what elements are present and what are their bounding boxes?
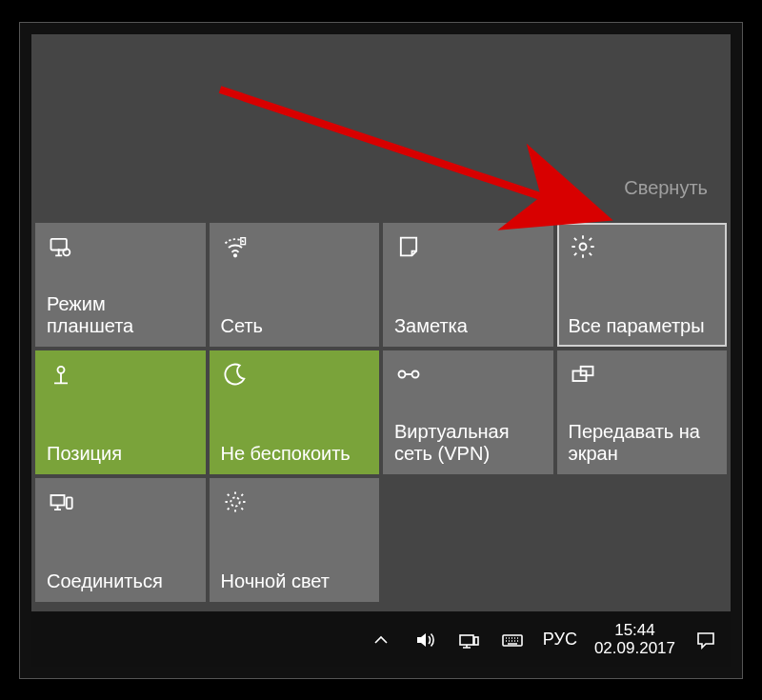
keyboard-icon[interactable] — [499, 627, 526, 653]
volume-icon[interactable] — [411, 627, 438, 653]
tile-label: Заметка — [394, 315, 542, 337]
tile-tablet-mode[interactable]: Режим планшета — [35, 223, 206, 347]
system-clock[interactable]: 15:44 02.09.2017 — [594, 622, 675, 657]
screenshot-frame: Свернуть Режим планшета Сеть — [19, 22, 743, 679]
tablet-mode-icon — [47, 232, 75, 261]
svg-rect-0 — [51, 238, 67, 250]
svg-rect-10 — [51, 495, 65, 506]
svg-point-7 — [412, 370, 419, 377]
nightlight-icon — [221, 488, 250, 516]
svg-point-6 — [399, 370, 406, 377]
clock-date: 02.09.2017 — [594, 640, 675, 658]
tile-all-settings[interactable]: Все параметры — [557, 223, 728, 347]
tile-label: Виртуальная сеть (VPN) — [394, 421, 542, 465]
svg-rect-15 — [474, 637, 478, 645]
tray-overflow-icon[interactable] — [368, 627, 394, 653]
moon-icon — [221, 360, 250, 389]
tile-label: Позиция — [47, 443, 194, 465]
connect-icon — [47, 488, 75, 516]
tile-label: Режим планшета — [47, 293, 194, 337]
svg-rect-14 — [460, 635, 473, 645]
collapse-link[interactable]: Свернуть — [624, 177, 708, 199]
tile-label: Все параметры — [569, 315, 716, 337]
svg-point-12 — [231, 497, 239, 506]
tile-do-not-disturb[interactable]: Не беспокоить — [210, 350, 380, 474]
action-center-panel: Свернуть Режим планшета Сеть — [31, 34, 731, 611]
project-icon — [569, 360, 597, 389]
taskbar: РУС 15:44 02.09.2017 — [31, 613, 731, 667]
action-center-icon[interactable] — [692, 627, 719, 653]
tile-note[interactable]: Заметка — [383, 223, 553, 347]
tile-project[interactable]: Передавать на экран — [557, 350, 728, 474]
svg-rect-11 — [67, 497, 72, 509]
vpn-icon — [394, 360, 423, 389]
language-indicator[interactable]: РУС — [543, 630, 577, 650]
note-icon — [394, 232, 423, 261]
network-tray-icon[interactable] — [455, 627, 482, 653]
tile-label: Передавать на экран — [569, 421, 716, 465]
location-icon — [47, 360, 75, 389]
wifi-icon — [221, 232, 250, 261]
tile-night-light[interactable]: Ночной свет — [210, 478, 380, 602]
svg-point-4 — [579, 243, 586, 250]
svg-point-2 — [233, 254, 235, 256]
tile-label: Не беспокоить — [221, 443, 369, 465]
svg-point-5 — [58, 366, 65, 372]
tile-label: Сеть — [221, 315, 369, 337]
clock-time: 15:44 — [594, 622, 675, 640]
tile-network[interactable]: Сеть — [210, 223, 380, 347]
tile-label: Соединиться — [47, 570, 194, 592]
tile-connect[interactable]: Соединиться — [35, 478, 206, 602]
tile-vpn[interactable]: Виртуальная сеть (VPN) — [383, 350, 553, 474]
tile-location[interactable]: Позиция — [35, 350, 206, 474]
gear-icon — [569, 232, 597, 261]
tile-label: Ночной свет — [221, 570, 369, 592]
quick-actions-grid: Режим планшета Сеть Заметка — [31, 223, 731, 602]
